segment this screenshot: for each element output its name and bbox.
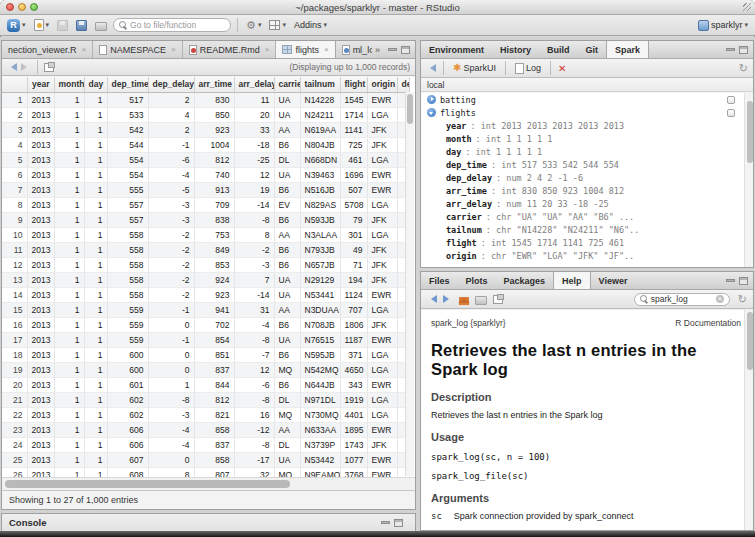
tab-history[interactable]: History: [492, 41, 539, 58]
column-header-dep_delay[interactable]: dep_delay: [148, 77, 194, 92]
maximize-pane-icon[interactable]: [394, 519, 403, 527]
table-cell: 461: [340, 152, 367, 167]
close-tab-icon[interactable]: ×: [265, 45, 270, 54]
column-header-year[interactable]: year: [27, 77, 54, 92]
column-header-dep_time[interactable]: dep_time: [107, 77, 148, 92]
disconnect-icon[interactable]: ✕: [558, 63, 566, 74]
column-header-day[interactable]: day: [84, 77, 107, 92]
editor-tab-namespace[interactable]: NAMESPACE×: [93, 41, 183, 58]
table-cell: JFK: [367, 257, 397, 272]
tab-files[interactable]: Files: [421, 272, 458, 289]
spark-table-flights[interactable]: flights: [421, 106, 753, 119]
back-icon[interactable]: [7, 63, 17, 71]
refresh-icon[interactable]: ↻: [738, 294, 747, 305]
table-row: 19201311600083712MQN542MQ4650LGA: [2, 362, 410, 377]
tab-build[interactable]: Build: [539, 41, 578, 58]
row-number-cell: 2: [2, 107, 27, 122]
scrollbar-thumb[interactable]: [5, 480, 290, 488]
row-number-header[interactable]: [2, 77, 27, 92]
save-all-button[interactable]: [74, 19, 89, 32]
close-tab-icon[interactable]: ×: [82, 45, 87, 54]
print-button[interactable]: [93, 19, 109, 32]
table-checkbox[interactable]: [727, 96, 735, 104]
minimize-pane-icon[interactable]: [381, 521, 390, 524]
maximize-pane-icon[interactable]: [739, 46, 748, 54]
editor-tab-readme-rmd[interactable]: README.Rmd×: [183, 41, 277, 58]
column-header-month[interactable]: month: [54, 77, 84, 92]
tab-help[interactable]: Help: [553, 272, 591, 289]
maximize-pane-icon[interactable]: [739, 277, 748, 285]
tree-vertical-scrollbar[interactable]: [744, 93, 753, 267]
close-tab-icon[interactable]: ×: [324, 45, 329, 54]
collapse-icon[interactable]: [427, 108, 436, 117]
back-icon[interactable]: [427, 295, 437, 303]
scrollbar-thumb[interactable]: [747, 312, 753, 370]
project-menu-button[interactable]: sparklyr ▾: [696, 19, 750, 32]
toolbar-separator: [237, 18, 238, 32]
table-checkbox[interactable]: [727, 109, 735, 117]
tab-overflow-button[interactable]: »: [372, 41, 383, 58]
editor-tab-flights[interactable]: flights×: [276, 41, 335, 58]
table-cell: 1: [84, 242, 107, 257]
column-header-origin[interactable]: origin: [367, 77, 397, 92]
clear-search-icon[interactable]: ✕: [716, 295, 724, 303]
table-cell: 740: [194, 167, 234, 182]
back-icon[interactable]: [426, 64, 436, 72]
expand-icon[interactable]: [427, 95, 436, 104]
column-header-arr_delay[interactable]: arr_delay: [234, 77, 274, 92]
tab-git[interactable]: Git: [578, 41, 607, 58]
open-in-new-window-icon[interactable]: [44, 63, 54, 72]
scrollbar-thumb[interactable]: [747, 101, 753, 163]
table-cell: AA: [274, 227, 300, 242]
resize-grip-icon[interactable]: [743, 3, 751, 11]
forward-icon[interactable]: [21, 63, 31, 71]
spark-log-button[interactable]: Log: [513, 62, 543, 75]
table-vertical-scrollbar[interactable]: [405, 92, 414, 476]
column-header-flight[interactable]: flight: [340, 77, 367, 92]
spark-ui-button[interactable]: ✱ SparkUI: [451, 62, 498, 74]
tab-environment[interactable]: Environment: [421, 41, 492, 58]
editor-tab-ml-logistic-regr[interactable]: ml_logistic_regr: [336, 41, 372, 58]
doc-type-label: R Documentation: [675, 318, 741, 328]
table-cell: 1: [54, 227, 84, 242]
console-header[interactable]: Console: [2, 514, 415, 531]
column-header-de[interactable]: de: [397, 77, 410, 92]
table-cell: -8: [234, 392, 274, 407]
tab-plots[interactable]: Plots: [458, 272, 496, 289]
tab-viewer[interactable]: Viewer: [591, 272, 636, 289]
maximize-pane-icon[interactable]: [401, 46, 410, 54]
field-name: flight: [446, 238, 477, 248]
column-header-tailnum[interactable]: tailnum: [300, 77, 340, 92]
print-icon[interactable]: [475, 296, 487, 305]
new-file-button[interactable]: ▾: [32, 18, 52, 32]
panes-layout-button[interactable]: ▾: [267, 19, 288, 31]
tab-packages[interactable]: Packages: [496, 272, 554, 289]
spark-table-batting[interactable]: batting: [421, 93, 753, 106]
tools-button[interactable]: ⚙ ▾: [244, 19, 263, 32]
column-header-arr_time[interactable]: arr_time: [194, 77, 234, 92]
refresh-icon[interactable]: ↻: [739, 63, 748, 74]
save-button[interactable]: [55, 19, 70, 32]
minimize-pane-icon[interactable]: [726, 48, 735, 51]
table-cell: LGA: [367, 362, 397, 377]
scrollbar-thumb[interactable]: [407, 94, 413, 124]
table-cell: 600: [107, 362, 148, 377]
help-search-input[interactable]: spark_log ✕: [634, 293, 730, 306]
table-cell: UA: [274, 107, 300, 122]
column-header-carrier[interactable]: carrier: [274, 77, 300, 92]
close-tab-icon[interactable]: ×: [171, 45, 176, 54]
home-icon[interactable]: [459, 297, 469, 305]
editor-tab-nection-viewer-r[interactable]: nection_viewer.R×: [2, 41, 93, 58]
open-in-new-window-icon[interactable]: [493, 295, 503, 304]
help-vertical-scrollbar[interactable]: [744, 310, 753, 530]
table-horizontal-scrollbar[interactable]: [2, 477, 415, 490]
minimize-pane-icon[interactable]: [388, 48, 397, 51]
forward-icon[interactable]: [443, 295, 453, 303]
minimize-pane-icon[interactable]: [726, 279, 735, 282]
r-version-button[interactable]: R ▾: [5, 18, 28, 33]
table-cell: 1: [84, 362, 107, 377]
tab-spark[interactable]: Spark: [606, 41, 649, 58]
row-number-cell: 5: [2, 152, 27, 167]
addins-button[interactable]: Addins ▾: [292, 19, 329, 31]
goto-file-search[interactable]: Go to file/function: [113, 18, 231, 32]
